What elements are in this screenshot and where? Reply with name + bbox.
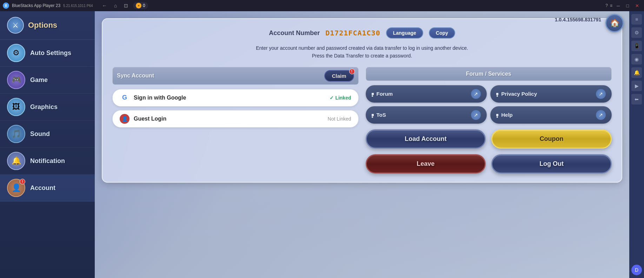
help-button-label: • Help xyxy=(496,112,513,118)
leave-button[interactable]: Leave xyxy=(366,154,486,174)
claim-button[interactable]: Claim ! xyxy=(324,70,354,82)
coin-display: ● 0 xyxy=(133,2,148,9)
sidebar-item-account[interactable]: 👤 ! Account xyxy=(0,175,95,202)
sidebar-label-notification: Notification xyxy=(30,157,65,165)
sidebar-logo: ⚔ xyxy=(7,17,24,34)
google-icon: G xyxy=(120,93,130,103)
edge-btn-7[interactable]: ⬅ xyxy=(631,94,642,104)
forum-services-header: Forum / Services xyxy=(366,67,612,81)
sidebar-header: ⚔ Options xyxy=(0,11,95,40)
minimize-button[interactable]: ─ xyxy=(615,2,622,9)
forum-button[interactable]: • Forum ↗ xyxy=(366,85,487,103)
tos-button[interactable]: • ToS ↗ xyxy=(366,106,487,124)
sidebar-label-auto: Auto Settings xyxy=(30,49,71,57)
sidebar-item-game[interactable]: 🎮 Game xyxy=(0,67,95,94)
sidebar-title: Options xyxy=(28,21,57,30)
app-version: 5.21.615.1011 P64 xyxy=(63,4,93,8)
nav-home-button[interactable]: ⌂ xyxy=(112,2,119,9)
sync-claim-header: Sync Account Claim ! xyxy=(112,67,359,85)
guest-icon: 👤 xyxy=(120,114,130,124)
home-button[interactable]: 🏠 xyxy=(605,14,624,32)
guest-login-button[interactable]: 👤 Guest Login Not Linked xyxy=(112,110,359,128)
account-number-value: D1721FCA1C30 xyxy=(325,29,380,37)
claim-badge: ! xyxy=(349,69,355,74)
description-text: Enter your account number and password c… xyxy=(112,44,612,60)
close-button[interactable]: ✕ xyxy=(633,2,641,9)
menu-icon[interactable]: ≡ xyxy=(610,3,612,8)
sidebar-label-account: Account xyxy=(30,184,55,192)
main-layout: ⚔ Options ⚙ Auto Settings 🎮 Game 🖼 Graph… xyxy=(0,11,644,278)
guest-login-left: 👤 Guest Login xyxy=(120,114,166,124)
coin-count: 0 xyxy=(143,3,145,8)
sidebar-label-graphics: Graphics xyxy=(30,103,58,111)
leave-label: Leave xyxy=(417,160,434,167)
discord-button[interactable]: D xyxy=(631,265,642,275)
coupon-button[interactable]: Coupon xyxy=(491,129,612,149)
load-account-button[interactable]: Load Account xyxy=(366,129,486,149)
edge-btn-5[interactable]: 🔔 xyxy=(631,67,642,78)
forum-arrow-icon: ↗ xyxy=(471,89,481,99)
right-column: Forum / Services • Forum ↗ • xyxy=(366,67,612,174)
sidebar-label-sound: Sound xyxy=(30,130,50,138)
maximize-button[interactable]: □ xyxy=(624,2,631,9)
app-logo: B xyxy=(3,2,9,9)
window-controls: ? ≡ ─ □ ✕ xyxy=(605,0,641,11)
edge-btn-2[interactable]: ⚙ xyxy=(631,27,642,38)
sidebar-label-game: Game xyxy=(30,76,48,84)
sidebar: ⚔ Options ⚙ Auto Settings 🎮 Game 🖼 Graph… xyxy=(0,11,95,278)
tos-button-label: • ToS xyxy=(372,112,386,118)
copy-button[interactable]: Copy xyxy=(429,27,455,39)
graphics-icon: 🖼 xyxy=(7,98,25,116)
tos-arrow-icon: ↗ xyxy=(471,110,481,120)
description-line-2: Press the Data Transfer to create a pass… xyxy=(112,52,612,60)
left-column: Sync Account Claim ! G xyxy=(112,67,359,174)
game-icon: 🎮 xyxy=(7,71,25,89)
forum-top-row: • Forum ↗ • Privacy Policy ↗ xyxy=(366,85,612,103)
notification-icon: 🔔 xyxy=(7,152,25,170)
privacy-dot: • xyxy=(496,93,498,95)
content-area: 1.0.4.155698.831791 🏠 Account Number D17… xyxy=(95,11,629,278)
logout-button[interactable]: Log Out xyxy=(491,154,612,174)
coin-icon: ● xyxy=(136,3,141,8)
guest-linked-status: Not Linked xyxy=(328,116,351,122)
forum-bottom-row: • ToS ↗ • Help ↗ xyxy=(366,106,612,124)
edge-btn-4[interactable]: ◉ xyxy=(631,54,642,65)
logout-label: Log Out xyxy=(539,160,564,167)
account-number-label: Account Number xyxy=(269,29,320,37)
forum-button-label: • Forum xyxy=(372,91,393,97)
description-line-1: Enter your account number and password c… xyxy=(112,44,612,52)
nav-back-button[interactable]: ← xyxy=(100,2,109,9)
help-button[interactable]: • Help ↗ xyxy=(490,106,612,124)
sound-icon: 🎵 xyxy=(7,125,25,143)
google-login-label: Sign in with Google xyxy=(134,95,186,101)
guest-login-label: Guest Login xyxy=(134,116,166,122)
two-column-layout: Sync Account Claim ! G xyxy=(112,67,612,174)
sidebar-item-notification[interactable]: 🔔 Notification xyxy=(0,148,95,175)
tos-dot: • xyxy=(372,114,374,116)
help-arrow-icon: ↗ xyxy=(596,110,606,120)
privacy-policy-button[interactable]: • Privacy Policy ↗ xyxy=(490,85,612,103)
nav-capture-button[interactable]: ⊡ xyxy=(122,2,130,9)
edge-btn-1[interactable]: ≡ xyxy=(631,14,642,25)
edge-btn-6[interactable]: ▶ xyxy=(631,81,642,91)
edge-btn-3[interactable]: 📱 xyxy=(631,41,642,51)
sidebar-item-sound[interactable]: 🎵 Sound xyxy=(0,121,95,148)
help-icon[interactable]: ? xyxy=(605,3,608,8)
action-row-bottom: Leave Log Out xyxy=(366,154,612,174)
sidebar-item-auto-settings[interactable]: ⚙ Auto Settings xyxy=(0,40,95,67)
google-login-button[interactable]: G Sign in with Google ✓ Linked xyxy=(112,89,359,107)
app-name: BlueStacks App Player 23 xyxy=(12,3,60,8)
title-bar-nav: ← ⌂ ⊡ xyxy=(100,2,130,9)
checkmark-icon: ✓ xyxy=(330,95,334,101)
load-account-label: Load Account xyxy=(405,135,446,142)
sidebar-item-graphics[interactable]: 🖼 Graphics xyxy=(0,94,95,121)
language-button[interactable]: Language xyxy=(386,27,423,39)
action-row-top: Load Account Coupon xyxy=(366,129,612,149)
auto-settings-icon: ⚙ xyxy=(7,44,25,62)
google-login-left: G Sign in with Google xyxy=(120,93,186,103)
account-number-row: Account Number D1721FCA1C30 Language Cop… xyxy=(112,27,612,39)
account-icon: 👤 ! xyxy=(7,179,25,197)
forum-services-label: Forum / Services xyxy=(466,71,511,77)
right-edge-panel: ≡ ⚙ 📱 ◉ 🔔 ▶ ⬅ D xyxy=(629,11,644,278)
coupon-label: Coupon xyxy=(540,135,564,142)
